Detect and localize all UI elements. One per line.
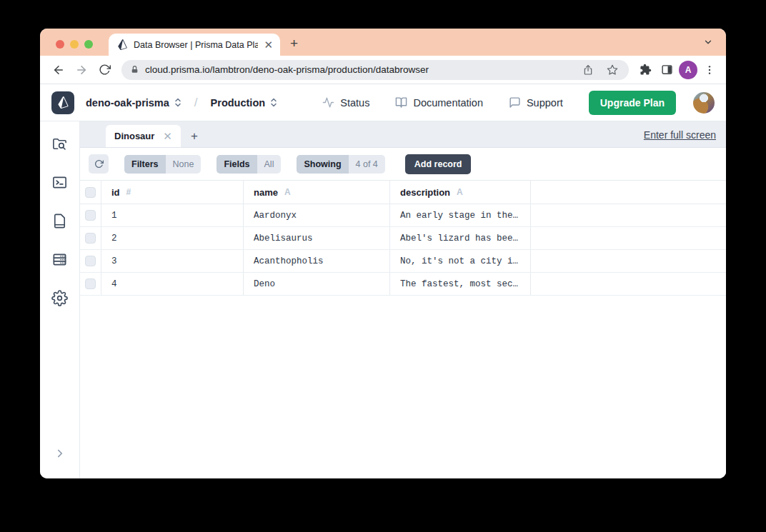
browser-profile-avatar[interactable]: A [679,61,697,79]
chat-bubble-icon [509,96,521,109]
select-all-checkbox[interactable] [85,187,96,198]
terminal-icon [51,174,68,191]
close-window-button[interactable] [56,40,64,49]
side-panel-icon[interactable] [657,61,676,79]
sidebar-item-settings[interactable] [51,288,69,307]
filters-value: None [166,155,202,174]
row-checkbox[interactable] [85,233,96,244]
enter-fullscreen-link[interactable]: Enter full screen [644,129,716,141]
desktop-background: Data Browser | Prisma Data Pla ✕ + [0,0,766,532]
extensions-puzzle-icon[interactable] [636,61,655,79]
folder-search-icon [51,136,68,152]
nav-documentation-label: Documentation [413,97,483,109]
user-avatar[interactable] [693,92,715,114]
showing-value: 4 of 4 [349,155,385,174]
bookmark-star-icon[interactable] [603,61,622,79]
column-header-description[interactable]: description A [390,181,531,204]
app-header: deno-oak-prisma / Production Status Docu… [40,84,726,121]
column-name: description [400,187,450,198]
table-header-row: id # name A description A [80,181,726,204]
string-type-icon: A [457,187,463,197]
column-header-name[interactable]: name A [244,181,390,204]
maximize-window-button[interactable] [84,40,93,49]
row-checkbox[interactable] [85,278,96,289]
reload-button[interactable] [94,60,114,80]
cell-description[interactable]: An early stage in the… [390,204,531,226]
selector-chevrons-icon [174,97,181,108]
showing-label: Showing [297,155,348,174]
nav-support-label: Support [527,97,563,109]
sidebar-item-query-console[interactable] [51,173,69,191]
add-model-tab-button[interactable]: + [191,130,198,142]
upgrade-plan-button[interactable]: Upgrade Plan [589,91,676,115]
showing-segment[interactable]: Showing 4 of 4 [297,155,384,174]
prisma-logo[interactable] [51,91,74,114]
cell-name[interactable]: Abelisaurus [244,227,390,249]
sidebar-item-databases[interactable] [51,250,69,268]
select-all-cell [80,181,101,204]
new-tab-button[interactable]: + [290,36,298,50]
fields-segment[interactable]: Fields All [217,155,281,174]
table-row[interactable]: 3 Acanthopholis No, it's not a city i… [80,250,726,273]
window-controls [56,40,93,49]
model-tab-label: Dinosaur [114,131,154,141]
sidebar-item-data-browser[interactable] [51,134,69,153]
column-name: name [254,187,278,198]
prisma-favicon-icon [117,39,128,50]
cell-name[interactable]: Acanthopholis [244,250,390,272]
selector-chevrons-icon [270,97,277,108]
sidebar-expand-chevron-icon[interactable] [54,447,66,463]
browser-window: Data Browser | Prisma Data Pla ✕ + [40,29,726,478]
menu-dots-icon[interactable] [700,61,719,79]
share-icon[interactable] [579,61,597,79]
model-tab-dinosaur[interactable]: Dinosaur ✕ [106,125,181,147]
cell-description[interactable]: The fastest, most sec… [390,273,531,295]
cell-id[interactable]: 3 [101,250,244,272]
forward-button[interactable] [71,60,91,80]
cell-name[interactable]: Deno [244,273,390,295]
refresh-icon [94,159,104,169]
column-header-id[interactable]: id # [101,181,244,204]
nav-status[interactable]: Status [322,96,369,109]
table-row[interactable]: 4 Deno The fastest, most sec… [80,273,726,296]
string-type-icon: A [284,187,291,197]
fields-value: All [257,155,282,174]
add-record-button[interactable]: Add record [405,154,472,174]
nav-status-label: Status [340,97,369,109]
project-selector[interactable]: deno-oak-prisma [86,97,181,109]
int-type-icon: # [126,187,131,197]
cell-name[interactable]: Aardonyx [244,204,390,226]
cell-description[interactable]: Abel's lizard has bee… [390,227,531,249]
lock-icon [130,65,139,74]
cell-id[interactable]: 1 [101,204,244,226]
address-bar[interactable]: cloud.prisma.io/lambtron/deno-oak-prisma… [121,60,629,80]
main-panel: Dinosaur ✕ + Enter full screen Filters N… [80,121,726,478]
table-row[interactable]: 2 Abelisaurus Abel's lizard has bee… [80,227,726,250]
fields-label: Fields [217,155,257,174]
environment-selector[interactable]: Production [211,97,278,109]
column-name: id [111,187,120,198]
environment-name: Production [211,97,266,109]
row-checkbox[interactable] [85,210,96,221]
back-button[interactable] [49,60,69,80]
tab-close-icon[interactable]: ✕ [264,39,273,50]
filters-segment[interactable]: Filters None [124,155,201,174]
document-icon [51,213,68,229]
browser-tabstrip: Data Browser | Prisma Data Pla ✕ + [40,29,726,56]
gear-icon [51,290,68,306]
refresh-button[interactable] [89,154,109,174]
cell-id[interactable]: 4 [101,273,244,295]
browser-tab[interactable]: Data Browser | Prisma Data Pla ✕ [109,34,280,56]
cell-description[interactable]: No, it's not a city i… [390,250,531,272]
nav-support[interactable]: Support [509,96,563,109]
table-row[interactable]: 1 Aardonyx An early stage in the… [80,204,726,227]
row-checkbox[interactable] [85,256,96,266]
cell-id[interactable]: 2 [101,227,244,249]
minimize-window-button[interactable] [70,40,79,49]
nav-documentation[interactable]: Documentation [395,96,483,109]
sidebar-item-schema[interactable] [51,211,69,230]
model-tab-close-icon[interactable]: ✕ [163,131,172,141]
browser-tab-title: Data Browser | Prisma Data Pla [134,40,258,50]
tab-search-chevron-icon[interactable] [703,37,713,47]
row-select-cell [80,273,101,295]
